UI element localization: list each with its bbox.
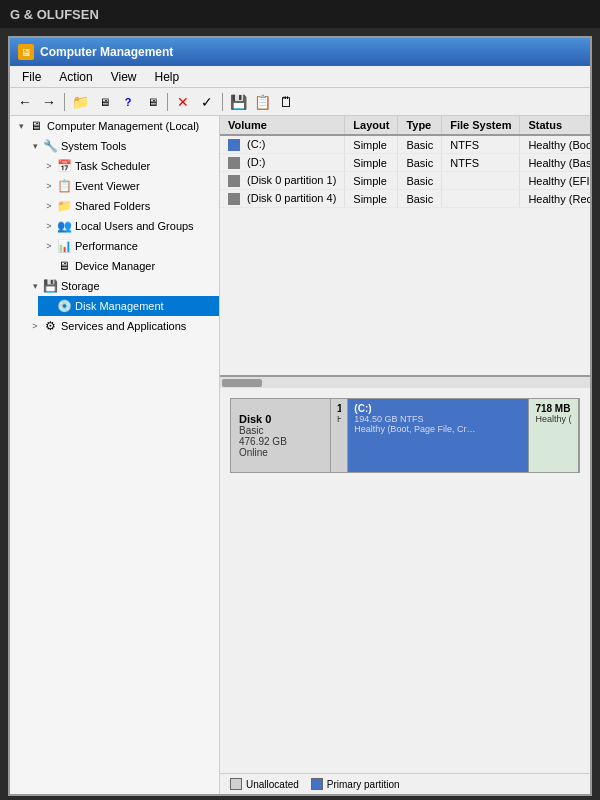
sidebar-item-performance[interactable]: > 📊 Performance bbox=[38, 236, 219, 256]
table-row[interactable]: (Disk 0 partition 4) Simple Basic Health… bbox=[220, 190, 590, 208]
folder-button[interactable]: 📁 bbox=[69, 91, 91, 113]
right-panel: Volume Layout Type File System Status (C… bbox=[220, 116, 590, 794]
delete-button[interactable]: ✕ bbox=[172, 91, 194, 113]
h-scrollbar[interactable] bbox=[220, 376, 590, 388]
h-scrollbar-thumb[interactable] bbox=[222, 379, 262, 387]
back-button[interactable]: ← bbox=[14, 91, 36, 113]
disk-0-size: 476.92 GB bbox=[239, 436, 322, 447]
users-label: Local Users and Groups bbox=[75, 220, 194, 232]
storage-expand[interactable]: ▾ bbox=[28, 279, 42, 293]
save-button[interactable]: 💾 bbox=[227, 91, 249, 113]
p3-size: 718 MB bbox=[535, 403, 572, 414]
table-row[interactable]: (D:) Simple Basic NTFS Healthy (Basic D bbox=[220, 154, 590, 172]
main-content: ▾ 🖥 Computer Management (Local) ▾ 🔧 Syst… bbox=[10, 116, 590, 794]
users-icon: 👥 bbox=[56, 218, 72, 234]
table-header-row: Volume Layout Type File System Status bbox=[220, 116, 590, 135]
task-label: Task Scheduler bbox=[75, 160, 150, 172]
cell-volume: (C:) bbox=[220, 135, 345, 154]
legend-primary-label: Primary partition bbox=[327, 779, 400, 790]
cell-filesystem: NTFS bbox=[442, 154, 520, 172]
computer-button[interactable]: 🖥 bbox=[93, 91, 115, 113]
sidebar-item-disk-management[interactable]: 💿 Disk Management bbox=[38, 296, 219, 316]
p2-label: (C:) bbox=[354, 403, 522, 414]
cell-volume: (Disk 0 partition 1) bbox=[220, 172, 345, 190]
dev-expand[interactable] bbox=[42, 259, 56, 273]
services-label: Services and Applications bbox=[61, 320, 186, 332]
toolbar-separator-1 bbox=[64, 93, 65, 111]
cell-volume: (D:) bbox=[220, 154, 345, 172]
p2-size: 194.50 GB NTFS bbox=[354, 414, 522, 424]
disk-expand[interactable] bbox=[42, 299, 56, 313]
shared-icon: 📁 bbox=[56, 198, 72, 214]
root-expand-icon[interactable]: ▾ bbox=[14, 119, 28, 133]
cell-layout: Simple bbox=[345, 190, 398, 208]
task-expand[interactable]: > bbox=[42, 159, 56, 173]
sidebar-item-event-viewer[interactable]: > 📋 Event Viewer bbox=[38, 176, 219, 196]
system-tools-label: System Tools bbox=[61, 140, 126, 152]
cell-type: Basic bbox=[398, 154, 442, 172]
disk-0-info: Disk 0 Basic 476.92 GB Online bbox=[231, 399, 331, 472]
sidebar: ▾ 🖥 Computer Management (Local) ▾ 🔧 Syst… bbox=[10, 116, 220, 794]
cell-status: Healthy (Recove bbox=[520, 190, 590, 208]
sidebar-item-task-scheduler[interactable]: > 📅 Task Scheduler bbox=[38, 156, 219, 176]
monitor-button[interactable]: 🖥 bbox=[141, 91, 163, 113]
sidebar-root[interactable]: ▾ 🖥 Computer Management (Local) bbox=[10, 116, 219, 136]
partition-1[interactable]: 100 MB Healthy bbox=[331, 399, 348, 472]
menu-view[interactable]: View bbox=[103, 68, 145, 86]
top-bar: G & OLUFSEN bbox=[0, 0, 600, 28]
disk-visual-area: Disk 0 Basic 476.92 GB Online 100 MB Hea… bbox=[220, 388, 590, 773]
toolbar-separator-2 bbox=[167, 93, 168, 111]
services-icon: ⚙ bbox=[42, 318, 58, 334]
services-expand[interactable]: > bbox=[28, 319, 42, 333]
task-icon: 📅 bbox=[56, 158, 72, 174]
sidebar-item-services[interactable]: > ⚙ Services and Applications bbox=[24, 316, 219, 336]
menu-help[interactable]: Help bbox=[147, 68, 188, 86]
table-row[interactable]: (Disk 0 partition 1) Simple Basic Health… bbox=[220, 172, 590, 190]
disk-0-type: Basic bbox=[239, 425, 322, 436]
storage-label: Storage bbox=[61, 280, 100, 292]
legend-unalloc-label: Unallocated bbox=[246, 779, 299, 790]
legend-primary: Primary partition bbox=[311, 778, 400, 790]
system-tools-expand[interactable]: ▾ bbox=[28, 139, 42, 153]
menu-action[interactable]: Action bbox=[51, 68, 100, 86]
sidebar-item-shared-folders[interactable]: > 📁 Shared Folders bbox=[38, 196, 219, 216]
check-button[interactable]: ✓ bbox=[196, 91, 218, 113]
note-button[interactable]: 🗒 bbox=[275, 91, 297, 113]
disk-label: Disk Management bbox=[75, 300, 164, 312]
legend-bar: Unallocated Primary partition bbox=[220, 773, 590, 794]
menu-file[interactable]: File bbox=[14, 68, 49, 86]
event-label: Event Viewer bbox=[75, 180, 140, 192]
cell-status: Healthy (Boot, bbox=[520, 135, 590, 154]
partition-3[interactable]: 718 MB Healthy (Re… bbox=[529, 399, 579, 472]
cell-filesystem bbox=[442, 172, 520, 190]
storage-icon: 💾 bbox=[42, 278, 58, 294]
list-button[interactable]: 📋 bbox=[251, 91, 273, 113]
col-type: Type bbox=[398, 116, 442, 135]
partition-2[interactable]: (C:) 194.50 GB NTFS Healthy (Boot, Page … bbox=[348, 399, 529, 472]
title-bar: 🖥 Computer Management bbox=[10, 38, 590, 66]
sidebar-item-storage[interactable]: ▾ 💾 Storage bbox=[24, 276, 219, 296]
cell-type: Basic bbox=[398, 172, 442, 190]
col-status: Status bbox=[520, 116, 590, 135]
event-expand[interactable]: > bbox=[42, 179, 56, 193]
forward-button[interactable]: → bbox=[38, 91, 60, 113]
sidebar-item-device-manager[interactable]: 🖥 Device Manager bbox=[38, 256, 219, 276]
toolbar-separator-3 bbox=[222, 93, 223, 111]
cell-type: Basic bbox=[398, 190, 442, 208]
cell-type: Basic bbox=[398, 135, 442, 154]
users-expand[interactable]: > bbox=[42, 219, 56, 233]
help-button[interactable]: ? bbox=[117, 91, 139, 113]
topbar-label: G & OLUFSEN bbox=[10, 7, 99, 22]
perf-expand[interactable]: > bbox=[42, 239, 56, 253]
p3-desc: Healthy (Re… bbox=[535, 414, 572, 424]
sidebar-item-system-tools[interactable]: ▾ 🔧 System Tools bbox=[24, 136, 219, 156]
cell-status: Healthy (Basic D bbox=[520, 154, 590, 172]
table-row[interactable]: (C:) Simple Basic NTFS Healthy (Boot, bbox=[220, 135, 590, 154]
disk-icon: 💿 bbox=[56, 298, 72, 314]
legend-unalloc-box bbox=[230, 778, 242, 790]
disk-0-name: Disk 0 bbox=[239, 413, 322, 425]
cell-layout: Simple bbox=[345, 172, 398, 190]
col-filesystem: File System bbox=[442, 116, 520, 135]
shared-expand[interactable]: > bbox=[42, 199, 56, 213]
sidebar-item-local-users[interactable]: > 👥 Local Users and Groups bbox=[38, 216, 219, 236]
